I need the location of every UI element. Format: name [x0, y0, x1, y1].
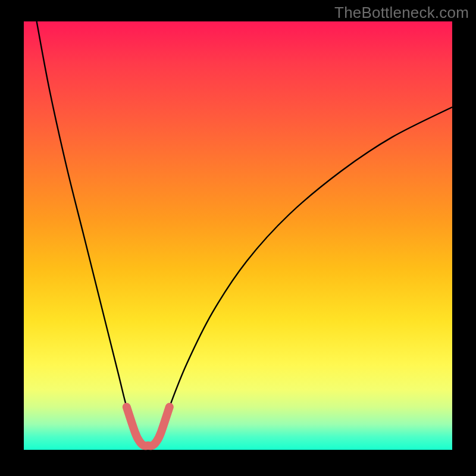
- chart-frame: TheBottleneck.com: [0, 0, 476, 476]
- watermark-text: TheBottleneck.com: [334, 4, 469, 22]
- curve-layer: [24, 21, 452, 450]
- highlight-segment: [127, 407, 170, 446]
- plot-area: [24, 21, 452, 450]
- bottleneck-curve: [37, 21, 452, 446]
